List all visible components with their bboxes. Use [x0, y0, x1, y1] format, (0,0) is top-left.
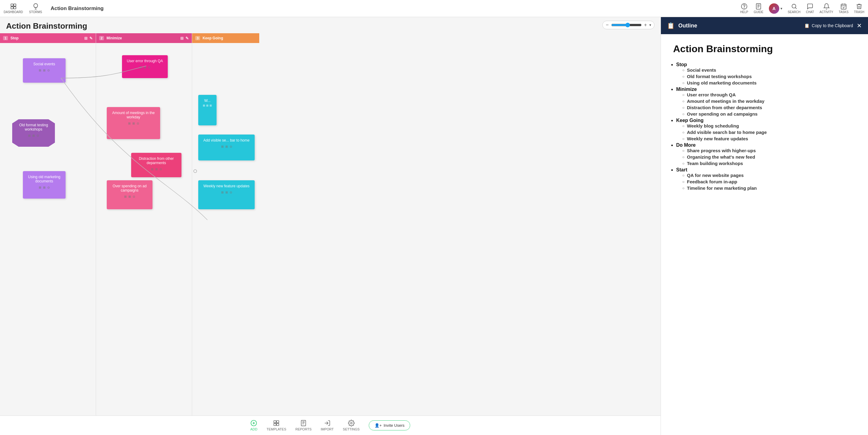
svg-point-17 — [350, 422, 352, 424]
avatar: A — [769, 3, 779, 14]
panel-main-title: Action Brainstorming — [673, 43, 856, 55]
outline-item: User error through QA — [682, 92, 856, 97]
settings-nav[interactable]: SETTINGS — [343, 420, 360, 431]
outline-item: Distraction from other deparments — [682, 105, 856, 110]
help-nav[interactable]: HELP — [740, 3, 748, 14]
sticky-weekly-features[interactable]: Weekly new feature updates ⊞⊞⊙ — [198, 180, 255, 209]
svg-rect-3 — [14, 7, 16, 9]
canvas-title: Action Brainstorming — [6, 21, 654, 31]
sticky-social-events[interactable]: Social events ⊞⊞⊙ — [23, 58, 66, 83]
sticky-search-bar[interactable]: Add visible se... bar to home ⊞⊞⊙ — [198, 134, 255, 160]
outline-item: Feedback forum in-app — [682, 179, 856, 184]
outline-list: StopSocial eventsOld format testing work… — [676, 62, 856, 191]
col-body-keep: W... ⊞⊞⊞ Add visible se... bar to home ⊞… — [192, 43, 259, 415]
add-nav[interactable]: ADD — [250, 420, 257, 431]
trash-nav[interactable]: TRASH — [854, 3, 864, 14]
zoom-bar: − + ▾ — [602, 21, 654, 29]
outline-item: Old format testing workshops — [682, 74, 856, 79]
sticky-overspending[interactable]: Over spending on ad campaigns ⊞⊞⊙ — [107, 180, 153, 209]
section-title: Start — [676, 167, 687, 173]
outline-item: Amount of meetings in the workday — [682, 98, 856, 104]
svg-rect-2 — [11, 7, 13, 9]
col-actions-stop: ⊞ ✎ — [84, 36, 93, 40]
svg-rect-6 — [756, 4, 761, 9]
sticky-old-format[interactable]: Old format testing workshops ⊞⊞⊙ — [12, 119, 55, 147]
col-num-keep: 3 — [195, 36, 200, 40]
panel-doc-icon: 📋 — [667, 22, 675, 29]
svg-rect-0 — [11, 4, 13, 6]
section-items: Social eventsOld format testing workshop… — [682, 67, 856, 85]
col-label-stop: Stop — [10, 36, 19, 40]
sticky-weekly-blog[interactable]: W... ⊞⊞⊞ — [198, 95, 217, 125]
panel-body: Action Brainstorming StopSocial eventsOl… — [661, 34, 868, 435]
zoom-out-button[interactable]: − — [606, 22, 609, 28]
storms-nav[interactable]: STORMS — [29, 3, 42, 14]
sticky-distraction[interactable]: Distraction from other deparments ⊞⊞⊙ — [131, 153, 182, 177]
page-title: Action Brainstorming — [51, 5, 734, 11]
col-icon-min-2[interactable]: ✎ — [185, 36, 189, 40]
avatar-button[interactable]: A ▾ — [769, 3, 782, 14]
dashboard-nav[interactable]: DASHBOARD — [4, 3, 23, 14]
right-panel: 📋 Outline 📋 Copy to the Clipboard ✕ Acti… — [661, 17, 868, 435]
column-minimize: 2 Minimize ⊞ ✎ User error through QA ⊞⊞⊙ — [96, 33, 192, 415]
canvas-area: Action Brainstorming − + ▾ 1 Stop ⊞ ✎ — [0, 17, 661, 435]
col-icon-stop-1[interactable]: ⊞ — [84, 36, 88, 40]
activity-nav[interactable]: ACTIVITY — [819, 3, 833, 14]
svg-rect-12 — [277, 421, 279, 423]
invite-icon: 👤+ — [374, 423, 382, 428]
zoom-slider[interactable] — [611, 23, 642, 27]
svg-rect-11 — [274, 421, 276, 423]
col-num-minimize: 2 — [99, 36, 104, 40]
col-icon-stop-2[interactable]: ✎ — [89, 36, 93, 40]
invite-users-button[interactable]: 👤+ Invite Users — [369, 421, 410, 430]
panel-title: Outline — [678, 23, 801, 29]
zoom-in-button[interactable]: + — [644, 22, 647, 28]
col-body-stop: Social events ⊞⊞⊙ Old format testing wor… — [0, 43, 96, 415]
column-header-minimize: 2 Minimize ⊞ ✎ — [96, 33, 192, 43]
section-title: Stop — [676, 62, 687, 67]
column-stop: 1 Stop ⊞ ✎ Social events ⊞⊞⊙ — [0, 33, 96, 415]
guide-nav[interactable]: GUIDE — [754, 3, 764, 14]
section-items: User error through QAAmount of meetings … — [682, 92, 856, 117]
section-title: Keep Going — [676, 118, 704, 123]
svg-rect-15 — [301, 421, 306, 426]
copy-clipboard-button[interactable]: 📋 Copy to the Clipboard — [804, 23, 853, 28]
outline-item: Team building workshops — [682, 161, 856, 166]
top-nav: DASHBOARD STORMS Action Brainstorming HE… — [0, 0, 868, 17]
import-nav[interactable]: IMPORT — [320, 420, 334, 431]
section-title: Minimize — [676, 87, 697, 92]
sticky-old-marketing[interactable]: Using old marketing documents ⊞⊞⊙ — [23, 171, 66, 198]
outline-section-keep-going: Keep GoingWeekly blog schedulingAdd visi… — [676, 118, 856, 141]
main-layout: Action Brainstorming − + ▾ 1 Stop ⊞ ✎ — [0, 17, 868, 435]
search-nav[interactable]: SEARCH — [788, 3, 801, 14]
kanban-board: 1 Stop ⊞ ✎ Social events ⊞⊞⊙ — [0, 33, 661, 415]
sticky-user-error[interactable]: User error through QA ⊞⊞⊙ — [122, 55, 168, 78]
nav-right: HELP GUIDE A ▾ SEARCH CHAT — [740, 3, 864, 14]
outline-section-do-more: Do MoreShare progress with higher-upsOrg… — [676, 143, 856, 166]
svg-rect-1 — [14, 4, 16, 6]
svg-rect-14 — [277, 424, 279, 426]
col-num-stop: 1 — [3, 36, 8, 40]
panel-header: 📋 Outline 📋 Copy to the Clipboard ✕ — [661, 17, 868, 34]
svg-rect-13 — [274, 424, 276, 426]
outline-item: Timeline for new marketing plan — [682, 185, 856, 191]
section-items: Weekly blog schedulingAdd visible search… — [682, 123, 856, 141]
bottom-bar: ADD TEMPLATES REPORTS — [0, 415, 661, 435]
reports-nav[interactable]: REPORTS — [296, 420, 312, 431]
panel-close-button[interactable]: ✕ — [857, 22, 862, 29]
col-icon-min-1[interactable]: ⊞ — [180, 36, 184, 40]
outline-item: Add visible search bar to home page — [682, 130, 856, 135]
col-label-minimize: Minimize — [106, 36, 122, 40]
templates-nav[interactable]: TEMPLATES — [267, 420, 286, 431]
svg-point-7 — [792, 4, 796, 8]
outline-item: Weekly blog scheduling — [682, 123, 856, 128]
section-items: QA for new website pagesFeedback forum i… — [682, 173, 856, 191]
tasks-nav[interactable]: TASKS — [839, 3, 848, 14]
sticky-meetings[interactable]: Amount of meetings in the workday ⊞⊞⊙ — [107, 107, 160, 139]
col-label-keep: Keep Going — [203, 36, 223, 40]
outline-item: Weekly new feature updates — [682, 136, 856, 141]
outline-section-start: StartQA for new website pagesFeedback fo… — [676, 167, 856, 191]
section-title: Do More — [676, 143, 696, 148]
chat-nav[interactable]: CHAT — [806, 3, 814, 14]
zoom-dropdown-icon[interactable]: ▾ — [649, 23, 651, 27]
